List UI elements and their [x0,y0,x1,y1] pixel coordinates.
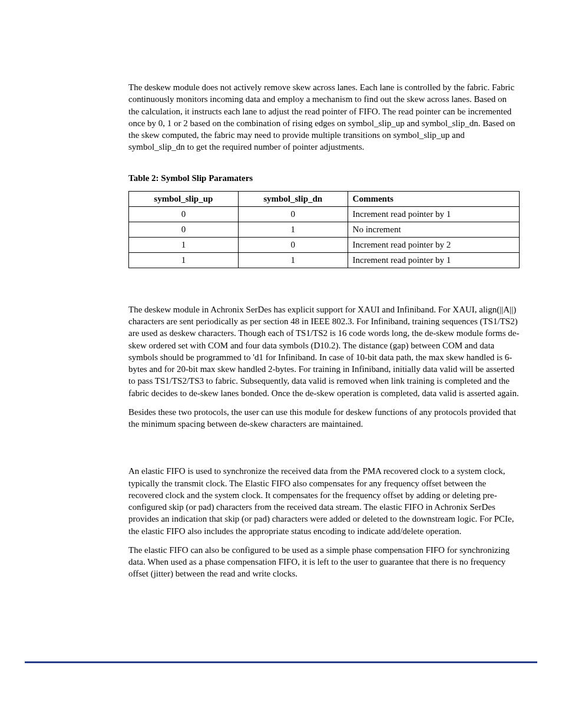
document-page: The deskew module does not actively remo… [0,0,562,611]
table-cell: Increment read pointer by 1 [348,206,519,222]
table-cell: No increment [348,222,519,237]
footer-rule [25,661,537,663]
paragraph-phase-comp: The elastic FIFO can also be configured … [128,544,520,580]
symbol-slip-table: symbol_slip_up symbol_slip_dn Comments 0… [128,191,520,268]
table-row: 1 0 Increment read pointer by 2 [129,237,520,252]
table-cell: 1 [238,252,348,268]
paragraph-elastic-fifo: An elastic FIFO is used to synchronize t… [128,465,520,537]
table-cell: 1 [238,222,348,237]
table-header-cell: symbol_slip_up [129,191,239,206]
table-row: 0 0 Increment read pointer by 1 [129,206,520,222]
table-cell: 0 [129,206,239,222]
table-cell: 1 [129,237,239,252]
table-cell: 1 [129,252,239,268]
table-header-cell: Comments [348,191,519,206]
table-cell: Increment read pointer by 1 [348,252,519,268]
table-row: 0 1 No increment [129,222,520,237]
table-cell: Increment read pointer by 2 [348,237,519,252]
table-cell: 0 [238,237,348,252]
table-cell: 0 [129,222,239,237]
table-header-row: symbol_slip_up symbol_slip_dn Comments [129,191,520,206]
table-header-cell: symbol_slip_dn [238,191,348,206]
paragraph-deskew-detail: The deskew module in Achronix SerDes has… [128,304,520,399]
paragraph-deskew-other: Besides these two protocols, the user ca… [128,406,520,430]
table-caption: Table 2: Symbol Slip Paramaters [128,172,520,184]
table-row: 1 1 Increment read pointer by 1 [129,252,520,268]
table-cell: 0 [238,206,348,222]
paragraph-deskew-intro: The deskew module does not actively remo… [128,81,520,153]
